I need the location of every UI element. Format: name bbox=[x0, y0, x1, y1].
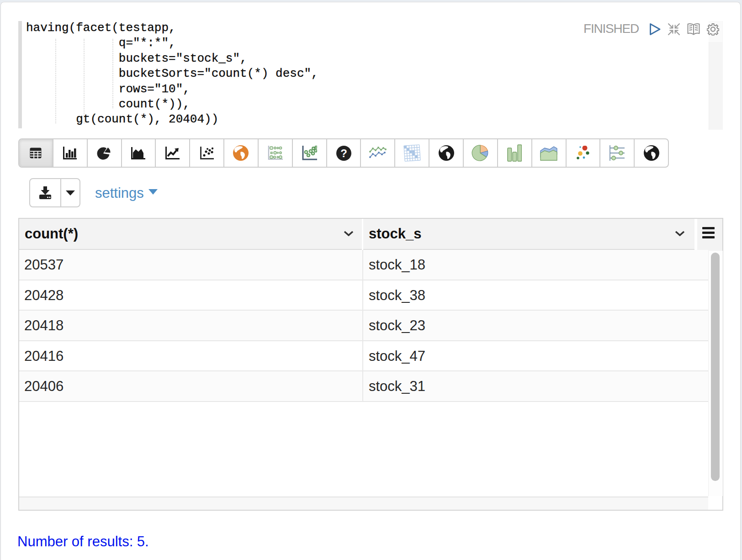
svg-text:?: ? bbox=[340, 147, 347, 159]
